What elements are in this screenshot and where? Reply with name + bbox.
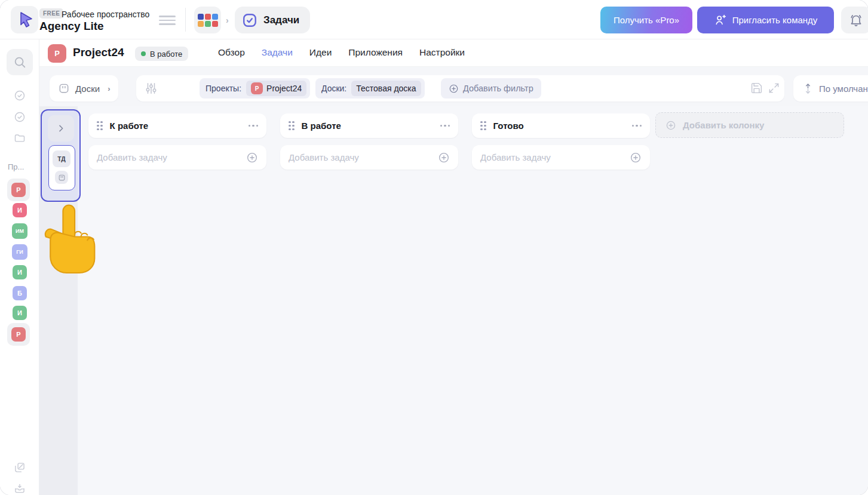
board-shortcut-group[interactable]: ТД <box>48 145 75 190</box>
column-header[interactable]: В работе <box>280 113 458 138</box>
header-divider <box>185 8 186 32</box>
filter-value: P Project24 <box>246 81 306 96</box>
chevron-right-icon: › <box>226 16 229 25</box>
assigned-tasks-icon[interactable] <box>14 111 26 123</box>
filter-chip-projects[interactable]: Проекты: P Project24 <box>200 78 310 99</box>
status-dot-icon <box>141 51 146 56</box>
filters-container: Проекты: P Project24 Доски: Тестовая дос… <box>136 75 784 102</box>
project-avatar: Р <box>11 183 26 197</box>
tab-ideas[interactable]: Идеи <box>309 47 332 58</box>
templates-icon[interactable] <box>14 462 26 474</box>
workspace-name[interactable]: Agency Lite <box>39 20 104 33</box>
column-menu-icon[interactable] <box>440 125 450 127</box>
plus-circle-icon[interactable] <box>438 152 450 164</box>
tab-apps[interactable]: Приложения <box>348 47 403 58</box>
get-pro-label: Получить «Pro» <box>614 15 679 25</box>
filter-value-text: Project24 <box>266 84 302 93</box>
invite-team-label: Пригласить команду <box>732 15 818 25</box>
project-status-badge[interactable]: В работе <box>135 47 188 61</box>
drag-handle-icon[interactable] <box>480 121 486 131</box>
archive-inbox-icon[interactable] <box>14 482 26 494</box>
drag-handle-icon[interactable] <box>97 121 103 131</box>
project-header-row: P Project24 В работе Обзор Задачи Идеи П… <box>39 39 868 67</box>
menu-icon[interactable] <box>159 13 176 27</box>
column-header[interactable]: К работе <box>88 113 266 138</box>
board-view-button[interactable] <box>55 171 68 184</box>
sidebar-project-item[interactable]: Р <box>7 179 30 201</box>
column-menu-icon[interactable] <box>632 125 642 127</box>
left-sidebar: Пр... Р И ИМ ГИ И Б И Р <box>0 39 39 495</box>
collapsed-boards-panel[interactable]: ТД <box>41 109 81 202</box>
expand-panel-button[interactable] <box>48 115 74 142</box>
tab-tasks[interactable]: Задачи <box>262 47 293 58</box>
notifications-button[interactable] <box>841 7 868 33</box>
person-plus-icon <box>714 14 727 27</box>
add-task-field[interactable]: Добавить задачу <box>472 145 650 170</box>
sidebar-project-item[interactable]: Б <box>13 286 27 300</box>
add-filter-label: Добавить фильтр <box>463 84 533 93</box>
get-pro-button[interactable]: Получить «Pro» <box>600 7 692 33</box>
board-icon <box>58 82 70 94</box>
column-header[interactable]: Готово <box>472 113 650 138</box>
add-task-field[interactable]: Добавить задачу <box>88 145 266 170</box>
search-button[interactable] <box>7 49 33 75</box>
sidebar-project-item[interactable]: ГИ <box>12 244 27 260</box>
apps-grid-icon <box>198 14 218 27</box>
my-tasks-icon[interactable] <box>14 90 26 102</box>
filter-value-text: Тестовая доска <box>356 84 416 93</box>
board-initials-badge[interactable]: ТД <box>53 150 70 167</box>
projects-section-label: Пр... <box>8 162 24 171</box>
mini-board-icon <box>58 174 66 182</box>
tasks-nav-chip[interactable]: Задачи <box>235 7 310 33</box>
add-column-button[interactable]: Добавить колонку <box>655 112 844 138</box>
project-title: Project24 <box>73 46 124 59</box>
status-label: В работе <box>150 50 182 59</box>
save-view-icon[interactable] <box>750 82 763 94</box>
search-icon <box>13 56 26 69</box>
apps-grid-button[interactable] <box>194 7 221 33</box>
plan-badge: FREE <box>39 8 63 19</box>
filter-toolbar: Доски › Проекты: P Project24 Доски: Тест… <box>39 67 868 106</box>
drag-handle-icon[interactable] <box>289 121 295 131</box>
plus-circle-icon[interactable] <box>246 152 258 164</box>
plus-circle-icon <box>665 120 676 131</box>
tab-overview[interactable]: Обзор <box>218 47 245 58</box>
project-tabs: Обзор Задачи Идеи Приложения Настройки <box>218 47 465 58</box>
add-filter-button[interactable]: Добавить фильтр <box>441 78 541 99</box>
expand-icon[interactable] <box>768 82 780 94</box>
sidebar-project-item[interactable]: И <box>13 203 27 217</box>
view-switcher-button[interactable]: Доски › <box>50 75 118 102</box>
sidebar-project-item[interactable]: Р <box>7 323 30 346</box>
sidebar-project-item[interactable]: И <box>13 265 27 279</box>
kanban-board: ТД К работе <box>39 106 868 495</box>
project-avatar: P <box>251 82 263 94</box>
filter-chip-boards[interactable]: Доски: Тестовая доска <box>315 78 425 99</box>
add-task-placeholder: Добавить задачу <box>97 152 240 162</box>
top-header: FREE Рабочее пространство Agency Lite › … <box>0 0 868 39</box>
view-switcher-label: Доски <box>75 84 100 94</box>
folder-icon[interactable] <box>14 132 26 144</box>
column-menu-icon[interactable] <box>249 125 259 127</box>
sidebar-project-item[interactable]: ИМ <box>12 223 27 239</box>
add-column-label: Добавить колонку <box>683 120 764 130</box>
column-title: В работе <box>302 121 433 131</box>
add-task-field[interactable]: Добавить задачу <box>280 145 458 170</box>
pointing-hand-icon <box>42 204 97 275</box>
sort-arrows-icon <box>803 83 813 94</box>
app-logo[interactable] <box>11 6 38 33</box>
column-title: К работе <box>110 121 241 131</box>
chevron-right-icon <box>56 124 66 133</box>
sidebar-project-item[interactable]: И <box>13 306 27 320</box>
filter-value: Тестовая доска <box>351 81 421 96</box>
check-squircle-icon <box>242 13 257 28</box>
bell-icon <box>849 13 863 27</box>
tab-settings[interactable]: Настройки <box>419 47 465 58</box>
add-task-placeholder: Добавить задачу <box>480 152 624 162</box>
filter-label: Проекты: <box>206 84 241 93</box>
cursor-logo-icon <box>16 11 33 28</box>
column-title: Готово <box>493 121 625 131</box>
filter-sliders-icon <box>145 82 158 95</box>
plus-circle-icon[interactable] <box>630 152 642 164</box>
sort-selector[interactable]: По умолчанию <box>793 75 868 102</box>
invite-team-button[interactable]: Пригласить команду <box>697 7 834 33</box>
